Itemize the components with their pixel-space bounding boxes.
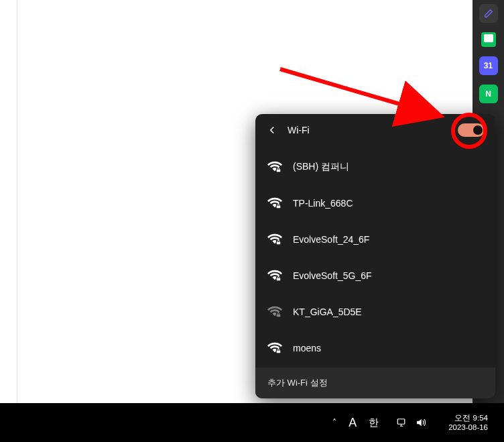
calendar-31-icon[interactable]: 31 <box>479 56 498 75</box>
wifi-network-name: (SBH) 컴퍼니 <box>293 161 349 173</box>
naver-icon-1[interactable] <box>481 32 496 47</box>
wifi-secure-weak-icon <box>267 305 282 319</box>
wifi-network-name: TP-Link_668C <box>293 198 353 209</box>
taskbar-clock[interactable]: 오전 9:54 2023-08-16 <box>444 409 492 436</box>
wifi-secure-icon <box>267 196 282 211</box>
wifi-toggle[interactable] <box>458 123 485 137</box>
wifi-network-item[interactable]: EvolveSoft_24_6F <box>255 221 495 258</box>
compose-icon[interactable] <box>479 4 498 23</box>
wifi-network-name: EvolveSoft_24_6F <box>293 234 369 245</box>
naver-icon-2[interactable]: N <box>479 85 498 103</box>
clock-time: 오전 9:54 <box>454 413 488 423</box>
naver-label: N <box>485 89 491 99</box>
language-indicator[interactable]: 한 <box>369 409 379 436</box>
ime-mode-indicator[interactable]: A <box>349 409 357 436</box>
wifi-network-item[interactable]: moens <box>255 330 495 366</box>
wifi-more-settings-label: 추가 Wi-Fi 설정 <box>267 378 328 388</box>
svg-rect-7 <box>397 419 405 425</box>
back-icon[interactable] <box>266 124 278 136</box>
language-label: 한 <box>369 417 379 429</box>
chevron-up-icon: ˄ <box>332 418 336 427</box>
clock-date: 2023-08-16 <box>448 423 488 432</box>
system-tray: ˄ A 한 오전 9:54 2023-08-16 <box>332 406 500 439</box>
taskbar: ˄ A 한 오전 9:54 2023-08-16 <box>0 403 504 442</box>
network-icon <box>396 417 408 429</box>
wifi-more-settings[interactable]: 추가 Wi-Fi 설정 <box>255 368 495 398</box>
wifi-secure-icon <box>267 341 282 355</box>
calendar-label: 31 <box>484 61 493 70</box>
wifi-network-name: moens <box>293 343 321 353</box>
volume-icon <box>415 417 427 429</box>
wifi-secure-icon <box>267 160 282 174</box>
wifi-network-item[interactable]: KT_GiGA_5D5E <box>255 294 495 330</box>
wifi-network-name: EvolveSoft_5G_6F <box>293 270 372 281</box>
network-volume-button[interactable] <box>391 406 432 439</box>
wifi-toggle-knob <box>473 125 483 135</box>
wifi-title: Wi-Fi <box>288 125 458 135</box>
wifi-secure-icon <box>267 268 282 283</box>
tray-overflow-icon[interactable]: ˄ <box>332 409 336 436</box>
wifi-panel: Wi-Fi (SBH) 컴퍼니 TP-Link_668C EvolveSoft_… <box>255 114 495 398</box>
wifi-network-item[interactable]: TP-Link_668C <box>255 185 495 221</box>
wifi-network-item[interactable]: EvolveSoft_5G_6F <box>255 258 495 294</box>
wifi-network-list: (SBH) 컴퍼니 TP-Link_668C EvolveSoft_24_6F … <box>255 148 495 368</box>
wifi-network-name: KT_GiGA_5D5E <box>293 307 362 317</box>
wifi-secure-icon <box>267 232 282 247</box>
wifi-network-item[interactable]: (SBH) 컴퍼니 <box>255 149 495 185</box>
ime-letter: A <box>349 416 357 430</box>
